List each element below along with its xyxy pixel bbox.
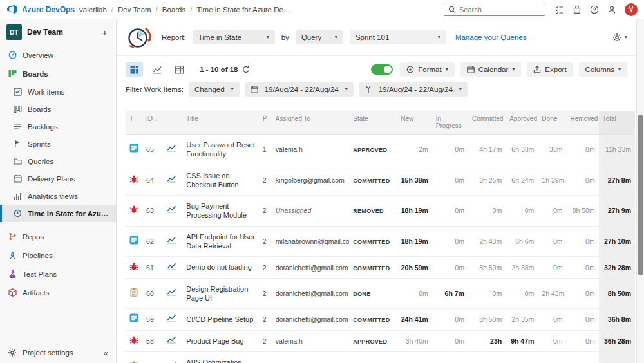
sidebar-item-delivery-plans[interactable]: Delivery Plans xyxy=(0,170,116,187)
add-project-button[interactable]: + xyxy=(100,27,109,38)
work-item-assignee: Unassigned xyxy=(272,196,349,227)
column-header-priority[interactable]: P xyxy=(259,111,272,135)
chart-icon[interactable] xyxy=(167,176,176,184)
chart-icon[interactable] xyxy=(167,315,176,323)
work-item-title[interactable]: CI/CD Pipeline Setup xyxy=(182,309,258,330)
column-header-in-progress[interactable]: In Progress xyxy=(432,111,468,135)
report-type-select[interactable]: Time in State ▾ xyxy=(193,30,275,44)
collapse-sidebar-button[interactable]: « xyxy=(104,348,108,358)
query-mode-select[interactable]: Query ▾ xyxy=(296,30,343,44)
scrollbar-thumb[interactable] xyxy=(638,115,643,275)
work-item-priority: 1 xyxy=(259,135,272,165)
task-list-icon[interactable] xyxy=(555,5,564,14)
table-view-button[interactable] xyxy=(171,62,188,77)
top-bar: Azure DevOps valeriiah/Dev Team/Boards/T… xyxy=(0,0,644,19)
breadcrumb-item[interactable]: Boards xyxy=(162,6,185,14)
search-input[interactable] xyxy=(459,6,541,14)
user-avatar[interactable]: V xyxy=(625,3,638,16)
column-header-state[interactable]: State xyxy=(349,111,397,135)
format-button[interactable]: Format ▾ xyxy=(400,62,454,77)
work-item-title[interactable]: Bug Payment Processing Module xyxy=(182,196,258,227)
chart-icon[interactable] xyxy=(167,290,176,297)
chart-icon[interactable] xyxy=(167,207,176,214)
refresh-icon[interactable] xyxy=(242,66,250,73)
sidebar-item-time-in-state[interactable]: Time in State for Azure DevO... xyxy=(0,205,116,222)
work-item-chart-cell xyxy=(163,351,182,363)
time-cell-new: 15h 38m xyxy=(397,165,432,196)
work-item-chart-cell xyxy=(163,196,182,227)
work-item-state-cell: COMMITTED xyxy=(349,309,397,330)
breadcrumb-item[interactable]: Dev Team xyxy=(118,6,151,14)
work-item-title[interactable]: API Endpoint for User Data Retrieval xyxy=(182,226,258,257)
time-cell-committed: 3h 25m xyxy=(468,165,506,196)
project-settings[interactable]: Project settings « xyxy=(0,342,116,363)
sidebar-item-test-plans[interactable]: Test Plans xyxy=(0,265,116,283)
time-cell-approved: 0m xyxy=(506,351,538,363)
sidebar-item-sprints[interactable]: Sprints xyxy=(0,135,116,153)
work-item-chart-cell xyxy=(163,257,182,278)
time-cell-new: 18h 19m xyxy=(397,196,432,227)
marketplace-bag-icon[interactable] xyxy=(573,5,582,14)
column-header-done[interactable]: Done xyxy=(538,111,566,135)
date-range-select[interactable]: 19/Aug/24 - 22/Aug/24 ▾ xyxy=(245,82,354,97)
sidebar-item-backlogs[interactable]: Backlogs xyxy=(0,118,116,135)
breadcrumb-item[interactable]: valeriiah xyxy=(79,6,107,14)
work-item-title[interactable]: ABS Optimization Initiative xyxy=(182,351,258,363)
work-item-title[interactable]: Demo do not loading xyxy=(182,257,258,278)
column-header-chart[interactable] xyxy=(163,111,182,135)
column-header-committed[interactable]: Committed xyxy=(468,111,506,135)
table-row: 62API Endpoint for User Data Retrieval2m… xyxy=(126,226,635,257)
user-settings-icon[interactable] xyxy=(607,5,616,14)
sidebar-item-pipelines[interactable]: Pipelines xyxy=(0,246,116,265)
work-item-title[interactable]: User Password Reset Functionality xyxy=(182,135,258,165)
sidebar-item-overview[interactable]: Overview xyxy=(0,46,116,64)
enabled-toggle[interactable] xyxy=(371,64,393,75)
breadcrumb-item[interactable]: Time in State for Azure De... xyxy=(196,6,289,14)
table-row: 64CSS Issue on Checkout Button2kirigolbe… xyxy=(126,165,635,196)
column-header-total[interactable]: Total xyxy=(599,111,635,135)
vertical-scrollbar[interactable] xyxy=(636,19,644,363)
column-header-assigned-to[interactable]: Assigned To xyxy=(272,111,349,135)
work-item-title[interactable]: Design Registration Page UI xyxy=(182,278,258,309)
sidebar-item-label: Test Plans xyxy=(23,270,57,278)
column-header-new[interactable]: New xyxy=(397,111,432,135)
time-cell-total: 32h 28m xyxy=(599,257,635,278)
sidebar-item-repos[interactable]: Repos xyxy=(0,227,116,246)
column-header-approved[interactable]: Approved xyxy=(506,111,538,135)
grid-view-button[interactable] xyxy=(126,62,143,77)
columns-button[interactable]: Columns ▾ xyxy=(579,62,627,77)
chart-icon[interactable] xyxy=(167,237,176,245)
manage-queries-link[interactable]: Manage your Queries xyxy=(455,33,527,41)
calendar-button[interactable]: Calendar ▾ xyxy=(460,62,522,77)
chart-view-button[interactable] xyxy=(148,62,166,77)
boards-icon xyxy=(8,70,17,78)
column-header-type[interactable]: T xyxy=(126,111,142,135)
work-item-state-cell: APPROVED xyxy=(349,135,397,165)
test-plans-icon xyxy=(8,270,17,278)
working-days-select[interactable]: 19/Aug/24 - 22/Aug/24 ▾ xyxy=(359,82,468,97)
query-select[interactable]: Sprint 101 ▾ xyxy=(350,30,446,44)
chart-icon[interactable] xyxy=(167,264,176,272)
column-header-id[interactable]: ID↓ xyxy=(142,111,163,135)
sidebar-item-boards[interactable]: Boards xyxy=(0,64,116,83)
work-item-title[interactable]: CSS Issue on Checkout Button xyxy=(182,165,258,196)
chart-icon[interactable] xyxy=(167,337,176,345)
sidebar-item-analytics-views[interactable]: Analytics views xyxy=(0,187,116,205)
sidebar-item-work-items[interactable]: Work items xyxy=(0,83,116,100)
artifacts-icon xyxy=(8,288,17,297)
azure-devops-logo-icon[interactable] xyxy=(6,4,17,15)
sidebar-item-queries[interactable]: Queries xyxy=(0,153,116,170)
sidebar-item-boards-board[interactable]: Boards xyxy=(0,100,116,118)
sidebar-item-artifacts[interactable]: Artifacts xyxy=(0,283,116,302)
time-cell-done: 0m xyxy=(538,257,566,278)
brand-title[interactable]: Azure DevOps xyxy=(22,5,75,14)
time-cell-done: 2h 43m xyxy=(538,278,566,309)
chart-icon[interactable] xyxy=(167,145,176,153)
export-button[interactable]: Export xyxy=(527,62,573,77)
filter-changed-select[interactable]: Changed ▾ xyxy=(189,82,240,97)
column-header-removed[interactable]: Removed xyxy=(567,111,599,135)
help-icon[interactable] xyxy=(590,5,599,14)
report-settings-button[interactable]: ▾ xyxy=(612,33,627,42)
column-header-title[interactable]: Title xyxy=(182,111,258,135)
work-item-title[interactable]: Product Page Bug xyxy=(182,330,258,351)
